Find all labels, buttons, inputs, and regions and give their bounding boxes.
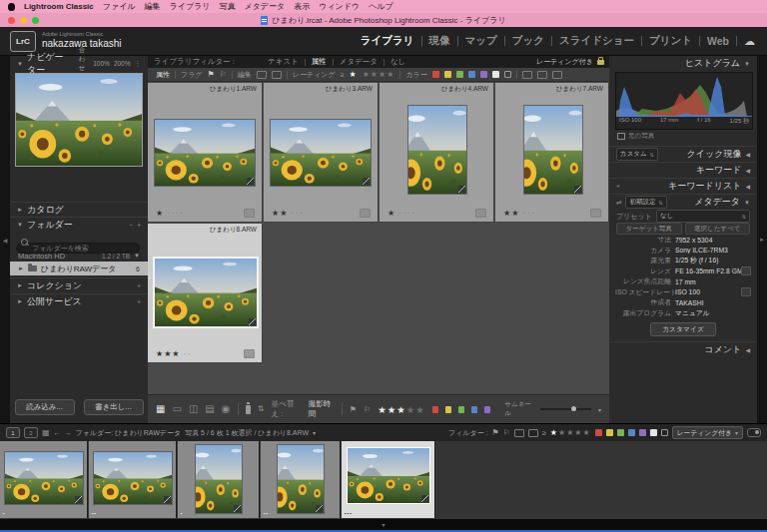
quick-develop-header[interactable]: カスタム⇅ クイック現像 ◀ xyxy=(609,146,757,162)
filmstrip-source-path[interactable]: フォルダー: ひまわりRAWデータ xyxy=(76,428,182,438)
photo-rating[interactable]: ★★ ··· xyxy=(272,209,305,218)
rating-filter-stars-off[interactable]: ★★★★ xyxy=(363,70,395,79)
thumbnail-size-slider[interactable] xyxy=(540,408,591,410)
fs-rating-operator[interactable]: ≥ xyxy=(542,429,546,436)
menu-file[interactable]: ファイル xyxy=(103,1,136,12)
filmstrip-thumb-2[interactable]: ▪▪ xyxy=(89,441,177,518)
volume-collapse-icon[interactable]: ▼ xyxy=(134,253,140,259)
navigator-header[interactable]: ▼ ナビゲーター 合わせる 100% 200% ⋮ xyxy=(10,56,148,71)
color-chip-purple[interactable] xyxy=(480,71,487,78)
photo-rating[interactable]: ★ ···· xyxy=(387,209,416,218)
module-book[interactable]: ブック xyxy=(512,34,544,48)
fs-label-white[interactable] xyxy=(650,429,657,436)
left-panel-collapse-strip[interactable]: ◀ xyxy=(0,56,10,423)
menu-metadata[interactable]: メタデータ xyxy=(244,1,285,12)
rotate-button[interactable] xyxy=(244,209,255,218)
grid-cell-1[interactable]: ひまわり1.ARW ★ ···· xyxy=(148,83,263,223)
metadata-preset-dropdown[interactable]: なし⇅ xyxy=(656,210,750,223)
metadata-view-dropdown[interactable]: 初期設定⇅ xyxy=(625,196,666,209)
keyword-add-button[interactable]: + xyxy=(616,183,620,190)
export-button[interactable]: 書き出し... xyxy=(84,399,144,415)
survey-view-button[interactable]: ▤ xyxy=(205,404,214,414)
metadata-switch-icon[interactable]: ⇄ xyxy=(616,199,621,207)
fs-label-purple[interactable] xyxy=(639,429,646,436)
kind-virtual-copy-icon[interactable] xyxy=(537,71,547,79)
toolbar-flag-picked-icon[interactable]: ⚑ xyxy=(350,405,357,414)
grid-cell-5-selected[interactable]: ひまわり8.ARW ★★★ ·· xyxy=(148,224,263,363)
folder-item-himawari-raw[interactable]: ► ひまわりRAWデータ 6 xyxy=(10,262,148,275)
cloud-sync-icon[interactable]: ☁ xyxy=(744,35,755,48)
publish-add-button[interactable]: + xyxy=(137,298,141,305)
selected-all-button[interactable]: 選択したすべて xyxy=(685,223,751,235)
edited-filter-icon[interactable] xyxy=(257,71,267,79)
develop-badge-icon[interactable] xyxy=(458,186,465,193)
module-print[interactable]: プリント xyxy=(649,34,692,48)
sort-value[interactable]: 撮影時間 xyxy=(309,399,335,419)
quick-develop-preset-dropdown[interactable]: カスタム⇅ xyxy=(616,148,658,161)
toolbar-rating-stars-on[interactable]: ★★★ xyxy=(378,404,406,415)
catalog-header[interactable]: ► カタログ xyxy=(10,202,148,217)
menu-app-name[interactable]: Lightroom Classic xyxy=(24,2,94,11)
go-forward-icon[interactable]: → xyxy=(65,429,72,436)
module-map[interactable]: マップ xyxy=(465,34,497,48)
collections-header[interactable]: ► コレクション + xyxy=(10,277,148,292)
sort-direction-icon[interactable]: ⇅ xyxy=(258,405,265,413)
filmstrip-filter-preset[interactable]: レーティング付き▾ xyxy=(672,426,743,439)
folders-header[interactable]: ▼ フォルダー − + xyxy=(10,217,148,232)
right-panel-collapse-strip[interactable]: ► xyxy=(757,56,767,423)
kind-video-icon[interactable] xyxy=(552,71,562,79)
develop-badge-icon[interactable] xyxy=(363,178,370,185)
lens-jump-button[interactable] xyxy=(741,266,751,275)
unedited-filter-icon[interactable] xyxy=(272,71,282,79)
filmstrip-source-dropdown-icon[interactable]: ▾ xyxy=(313,429,316,436)
filmstrip-thumb-1[interactable]: ▪ xyxy=(0,441,88,518)
color-chip-green[interactable] xyxy=(456,71,463,78)
toolbar-label-blue[interactable] xyxy=(471,406,477,413)
toolbar-label-purple[interactable] xyxy=(484,406,490,413)
metadata-header[interactable]: ⇄ 初期設定⇅ メタデータ ▼ xyxy=(609,194,757,210)
navigator-zoom-more-icon[interactable]: ⋮ xyxy=(135,60,142,68)
flag-unflagged-icon[interactable]: ⚐ xyxy=(220,70,227,79)
fs-label-yellow[interactable] xyxy=(606,429,613,436)
menu-library[interactable]: ライブラリ xyxy=(170,1,211,12)
target-photo-button[interactable]: ターゲット写真 xyxy=(616,223,682,235)
filter-tab-text[interactable]: テキスト xyxy=(268,57,299,67)
photo-rating[interactable]: ★★ ··· xyxy=(503,209,536,218)
histogram-header[interactable]: ヒストグラム ▼ xyxy=(609,56,757,71)
filter-tab-metadata[interactable]: メタデータ xyxy=(340,57,378,67)
keywords-header[interactable]: キーワード ◀ xyxy=(609,162,757,178)
second-window-button[interactable]: 2 xyxy=(24,427,38,438)
develop-badge-icon[interactable] xyxy=(247,178,254,185)
photo-rating[interactable]: ★ ···· xyxy=(156,209,185,218)
color-chip-red[interactable] xyxy=(432,71,439,78)
fs-flag-picked-icon[interactable]: ⚑ xyxy=(492,428,499,437)
develop-badge-icon[interactable] xyxy=(574,186,581,193)
fs-label-blue[interactable] xyxy=(628,429,635,436)
grid-cell-3[interactable]: ひまわり4.ARW ★ ···· xyxy=(380,83,494,223)
fs-flag-reject-icon[interactable]: ⚐ xyxy=(503,428,510,437)
color-chip-blue[interactable] xyxy=(468,71,475,78)
publish-services-header[interactable]: ► 公開サービス + xyxy=(10,293,148,308)
filmstrip-thumb-3[interactable]: ▪ xyxy=(178,441,260,518)
fs-unedited-filter-icon[interactable] xyxy=(528,429,538,437)
filter-tab-none[interactable]: なし xyxy=(390,57,405,67)
color-chip-white[interactable] xyxy=(492,71,499,78)
keyword-list-header[interactable]: + キーワードリスト ◀ xyxy=(609,178,757,194)
fs-label-none[interactable] xyxy=(661,429,668,436)
painter-tool-icon[interactable] xyxy=(246,405,251,414)
flag-picked-icon[interactable]: ⚑ xyxy=(208,70,215,79)
apple-menu-icon[interactable] xyxy=(8,3,15,11)
folder-expand-icon[interactable]: ► xyxy=(18,266,24,271)
rating-operator[interactable]: ≥ xyxy=(341,71,345,78)
lock-icon[interactable] xyxy=(597,60,604,65)
people-view-button[interactable]: ◉ xyxy=(222,404,231,414)
module-slideshow[interactable]: スライドショー xyxy=(559,34,634,48)
loupe-view-button[interactable]: ▭ xyxy=(172,404,181,414)
menu-view[interactable]: 表示 xyxy=(294,1,310,12)
navigator-preview[interactable] xyxy=(15,73,143,167)
photo-rating[interactable]: ★★★ ·· xyxy=(156,349,192,358)
filter-toggle-switch[interactable] xyxy=(747,428,761,437)
fs-label-green[interactable] xyxy=(617,429,624,436)
rotate-button[interactable] xyxy=(244,349,255,358)
toolbar-label-yellow[interactable] xyxy=(445,406,451,413)
